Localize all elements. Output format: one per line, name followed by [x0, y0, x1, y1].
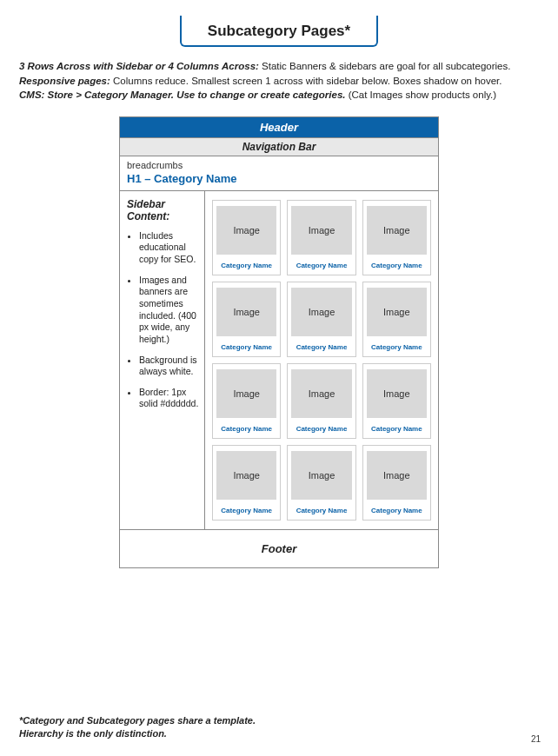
description-block: 3 Rows Across with Sidebar or 4 Columns … [0, 59, 558, 111]
wf-crumbs-area: breadcrumbs H1 – Category Name [120, 156, 438, 191]
wf-sidebar: Sidebar Content: Includes educational co… [120, 191, 205, 529]
category-name-label: Category Name [216, 343, 276, 351]
wf-header: Header [120, 117, 438, 137]
image-placeholder: Image [216, 206, 276, 255]
category-cell: ImageCategory Name [212, 200, 281, 275]
category-name-label: Category Name [291, 425, 351, 433]
image-placeholder: Image [367, 206, 427, 255]
image-placeholder: Image [367, 369, 427, 418]
category-cell: ImageCategory Name [212, 282, 281, 357]
category-name-label: Category Name [216, 262, 276, 269]
desc-rest-2: Columns reduce. Smallest screen 1 across… [110, 76, 502, 86]
footnote: *Category and Subcategory pages share a … [19, 714, 256, 740]
desc-lead-3: CMS: Store > Category Manager. Use to ch… [19, 90, 345, 100]
category-cell: ImageCategory Name [362, 445, 431, 521]
category-name-label: Category Name [367, 507, 427, 514]
desc-rest-1: Static Banners & sidebars are goal for a… [259, 61, 511, 71]
category-cell: ImageCategory Name [212, 445, 281, 521]
image-placeholder: Image [291, 206, 351, 255]
desc-line-1: 3 Rows Across with Sidebar or 4 Columns … [19, 59, 539, 74]
desc-lead-1: 3 Rows Across with Sidebar or 4 Columns … [19, 61, 259, 71]
desc-line-3: CMS: Store > Category Manager. Use to ch… [19, 88, 539, 103]
wf-sidebar-item: Images and banners are sometimes include… [139, 275, 199, 346]
category-cell: ImageCategory Name [287, 363, 355, 439]
wf-sidebar-item: Border: 1px solid #dddddd. [139, 387, 199, 410]
category-cell: ImageCategory Name [362, 363, 431, 439]
image-placeholder: Image [291, 369, 351, 418]
category-name-label: Category Name [216, 507, 276, 514]
image-placeholder: Image [216, 288, 276, 336]
category-name-label: Category Name [216, 425, 276, 433]
image-placeholder: Image [291, 451, 351, 500]
image-placeholder: Image [216, 369, 276, 418]
category-cell: ImageCategory Name [287, 445, 355, 521]
wf-grid: ImageCategory NameImageCategory NameImag… [212, 200, 431, 521]
wf-footer: Footer [120, 529, 438, 567]
wf-grid-area: ImageCategory NameImageCategory NameImag… [205, 191, 438, 529]
footnote-line-1: *Category and Subcategory pages share a … [19, 714, 256, 727]
category-name-label: Category Name [367, 262, 427, 269]
category-name-label: Category Name [367, 343, 427, 351]
category-cell: ImageCategory Name [212, 363, 281, 439]
category-cell: ImageCategory Name [362, 200, 431, 275]
wf-body: Sidebar Content: Includes educational co… [120, 191, 438, 529]
desc-line-2: Responsive pages: Columns reduce. Smalle… [19, 74, 539, 89]
wf-nav-bar: Navigation Bar [120, 137, 438, 156]
footnote-line-2: Hierarchy is the only distinction. [19, 727, 256, 740]
page-number: 21 [531, 734, 541, 744]
desc-rest-3: (Cat Images show products only.) [345, 90, 496, 100]
category-name-label: Category Name [291, 262, 351, 269]
category-cell: ImageCategory Name [287, 282, 355, 357]
image-placeholder: Image [291, 288, 351, 336]
wf-sidebar-item: Background is always white. [139, 355, 199, 378]
image-placeholder: Image [367, 451, 427, 500]
image-placeholder: Image [367, 288, 427, 336]
category-name-label: Category Name [367, 425, 427, 433]
category-name-label: Category Name [291, 343, 351, 351]
wf-sidebar-list: Includes educational copy for SEO. Image… [127, 230, 199, 410]
category-name-label: Category Name [291, 507, 351, 514]
page-title: Subcategory Pages* [180, 16, 378, 47]
wf-h1: H1 – Category Name [127, 172, 431, 185]
wf-sidebar-item: Includes educational copy for SEO. [139, 230, 199, 266]
wf-sidebar-title: Sidebar Content: [127, 198, 199, 223]
category-cell: ImageCategory Name [287, 200, 355, 275]
wireframe-frame: Header Navigation Bar breadcrumbs H1 – C… [119, 116, 439, 568]
image-placeholder: Image [216, 451, 276, 500]
category-cell: ImageCategory Name [362, 282, 431, 357]
wf-breadcrumbs: breadcrumbs [127, 160, 431, 170]
desc-lead-2: Responsive pages: [19, 76, 110, 86]
